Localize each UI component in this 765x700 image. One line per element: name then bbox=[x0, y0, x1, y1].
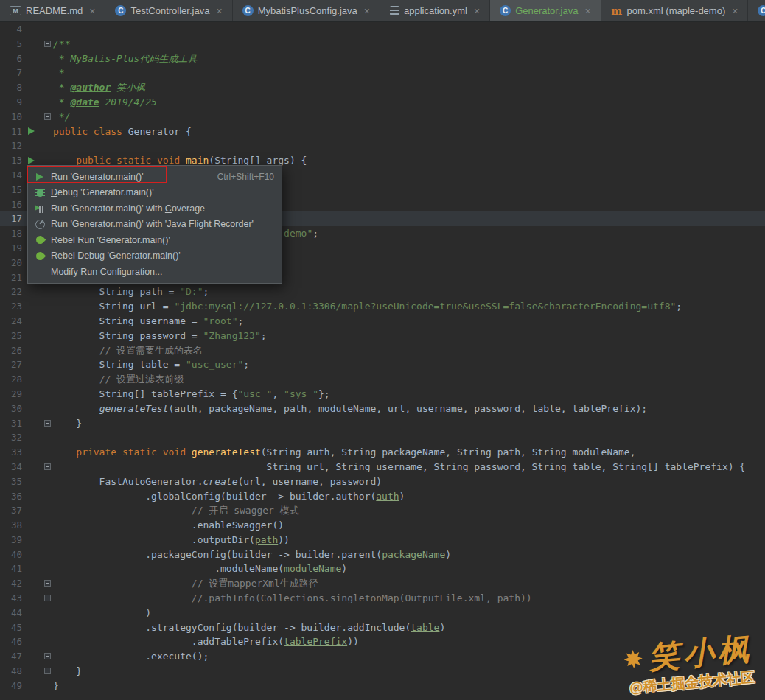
tab-label: README.md bbox=[26, 5, 83, 16]
code-text[interactable]: // 开启 swagger 模式 bbox=[53, 503, 299, 518]
code-text[interactable]: ) bbox=[53, 606, 151, 620]
gutter-marks bbox=[22, 372, 53, 387]
code-text[interactable]: // 设置mapperXml生成路径 bbox=[53, 576, 318, 591]
tab-application-yml[interactable]: application.yml× bbox=[380, 0, 490, 21]
tab-pom-xml-maple-demo-[interactable]: mpom.xml (maple-demo)× bbox=[601, 0, 749, 21]
tab-label: application.yml bbox=[404, 5, 467, 16]
code-text[interactable]: String url, String username, String pass… bbox=[53, 460, 745, 475]
code-text[interactable]: String username = "root"; bbox=[53, 314, 243, 329]
fold-icon[interactable] bbox=[44, 113, 51, 120]
fold-icon[interactable] bbox=[44, 41, 51, 47]
code-text[interactable]: .enableSwagger() bbox=[53, 518, 284, 533]
tab-close-icon[interactable]: × bbox=[584, 6, 590, 16]
tab-mybatisplusconfig-java[interactable]: CMybatisPlusConfig.java× bbox=[233, 0, 380, 21]
menu-item[interactable]: Debug 'Generator.main()' bbox=[28, 185, 282, 201]
code-text[interactable]: * MyBatis-Plus代码生成工具 bbox=[53, 52, 197, 66]
gutter-marks bbox=[22, 95, 53, 110]
code-text[interactable]: .outputDir(path)) bbox=[53, 533, 290, 547]
code-text[interactable]: String table = "usc_user"; bbox=[53, 357, 249, 372]
fold-icon[interactable] bbox=[44, 595, 51, 601]
tab-close-icon[interactable]: × bbox=[89, 6, 95, 16]
fold-icon[interactable] bbox=[44, 420, 51, 427]
code-text[interactable]: // 设置需要生成的表名 bbox=[53, 343, 203, 358]
code-text[interactable]: String password = "Zhang123"; bbox=[53, 329, 267, 343]
line-number: 20 bbox=[0, 256, 22, 270]
code-text[interactable]: .moduleName(moduleName) bbox=[53, 561, 347, 576]
menu-item[interactable]: Rebel Debug 'Generator.main()' bbox=[28, 248, 282, 265]
code-text[interactable]: public class Generator { bbox=[53, 125, 192, 139]
gutter-marks bbox=[22, 503, 53, 518]
code-text[interactable]: * @author 笑小枫 bbox=[53, 80, 145, 95]
code-text[interactable]: .addTablePrefix(tablePrefix)) bbox=[53, 634, 359, 649]
line-number: 8 bbox=[0, 80, 22, 95]
code-line: 8 * @author 笑小枫 bbox=[0, 80, 765, 95]
code-line: 25 String password = "Zhang123"; bbox=[0, 329, 765, 343]
java-class-icon: C bbox=[758, 5, 765, 16]
code-text[interactable]: String[] tablePrefix = {"usc_", "sys_"}; bbox=[53, 387, 330, 402]
code-text[interactable]: //.pathInfo(Collections.singletonMap(Out… bbox=[53, 591, 532, 606]
line-number: 16 bbox=[0, 197, 22, 212]
fold-icon[interactable] bbox=[44, 580, 51, 587]
code-text[interactable]: * bbox=[53, 66, 65, 80]
editor[interactable]: 45/**6 * MyBatis-Plus代码生成工具7 *8 * @autho… bbox=[0, 22, 765, 700]
context-menu: Run 'Generator.main()'Ctrl+Shift+F10Debu… bbox=[27, 165, 282, 284]
code-text[interactable]: .strategyConfig(builder -> builder.addIn… bbox=[53, 620, 445, 635]
code-line: 32 bbox=[0, 430, 765, 445]
tab-close-icon[interactable]: × bbox=[474, 6, 480, 16]
line-number: 18 bbox=[0, 226, 22, 241]
line-number: 32 bbox=[0, 430, 22, 445]
code-text[interactable]: .packageConfig(builder -> builder.parent… bbox=[53, 547, 451, 562]
code-text[interactable]: // 设置过滤表前缀 bbox=[53, 372, 184, 387]
code-line: 36 .globalConfig(builder -> builder.auth… bbox=[0, 489, 765, 504]
gutter-marks bbox=[22, 591, 53, 606]
code-text[interactable]: FastAutoGenerator.create(url, username, … bbox=[53, 475, 382, 489]
code-text[interactable]: */ bbox=[53, 110, 70, 125]
tab-close-icon[interactable]: × bbox=[364, 6, 370, 16]
menu-item[interactable]: Rebel Run 'Generator.main()' bbox=[28, 232, 282, 248]
line-number: 7 bbox=[0, 66, 22, 80]
line-number: 23 bbox=[0, 299, 22, 314]
code-text[interactable]: .globalConfig(builder -> builder.author(… bbox=[53, 489, 405, 504]
yml-icon bbox=[390, 6, 399, 15]
line-number: 31 bbox=[0, 416, 22, 431]
menu-item[interactable]: Modify Run Configuration... bbox=[28, 264, 282, 280]
tab-maplede[interactable]: CMapleDe bbox=[748, 0, 765, 21]
gutter-marks bbox=[22, 533, 53, 547]
fold-icon[interactable] bbox=[44, 653, 51, 659]
code-text[interactable]: } bbox=[53, 664, 82, 679]
run-icon[interactable] bbox=[28, 127, 35, 135]
code-text[interactable]: /** bbox=[53, 37, 70, 52]
code-text[interactable]: String url = "jdbc:mysql://127.0.0.1:330… bbox=[53, 299, 682, 314]
markdown-icon: M bbox=[10, 6, 21, 15]
gutter-marks bbox=[22, 460, 53, 475]
code-text[interactable]: .execute(); bbox=[53, 649, 209, 664]
code-line: 31 } bbox=[0, 416, 765, 431]
jfr-icon bbox=[34, 218, 46, 230]
line-number: 47 bbox=[0, 649, 22, 664]
fold-icon[interactable] bbox=[44, 668, 51, 674]
tab-close-icon[interactable]: × bbox=[732, 6, 738, 16]
fold-icon[interactable] bbox=[44, 463, 51, 470]
code-text[interactable]: } bbox=[53, 679, 59, 693]
gutter-marks bbox=[22, 110, 53, 125]
tab-generator-java[interactable]: CGenerator.java× bbox=[490, 0, 601, 21]
tab-close-icon[interactable]: × bbox=[216, 6, 222, 16]
gutter-marks bbox=[22, 66, 53, 80]
gutter-marks bbox=[22, 402, 53, 416]
tab-testcontroller-java[interactable]: CTestController.java× bbox=[105, 0, 232, 21]
code-text[interactable]: private static void generateTest(String … bbox=[53, 445, 636, 460]
code-text[interactable]: } bbox=[53, 416, 82, 431]
gutter-marks bbox=[22, 576, 53, 591]
code-text[interactable]: * @date 2019/4/25 bbox=[53, 95, 157, 110]
menu-item[interactable]: Run 'Generator.main()'Ctrl+Shift+F10 bbox=[28, 169, 282, 185]
code-text[interactable]: generateTest(auth, packageName, path, mo… bbox=[53, 402, 647, 416]
line-number: 49 bbox=[0, 679, 22, 693]
menu-item[interactable]: Run 'Generator.main()' with Coverage bbox=[28, 200, 282, 217]
run-icon[interactable] bbox=[28, 157, 35, 164]
menu-item[interactable]: Run 'Generator.main()' with 'Java Flight… bbox=[28, 217, 282, 233]
gutter-marks bbox=[22, 37, 53, 52]
tab-readme-md[interactable]: MREADME.md× bbox=[0, 0, 105, 21]
java-class-icon: C bbox=[242, 5, 254, 16]
gutter-marks bbox=[22, 52, 53, 66]
code-text[interactable]: String path = "D:"; bbox=[53, 284, 209, 299]
